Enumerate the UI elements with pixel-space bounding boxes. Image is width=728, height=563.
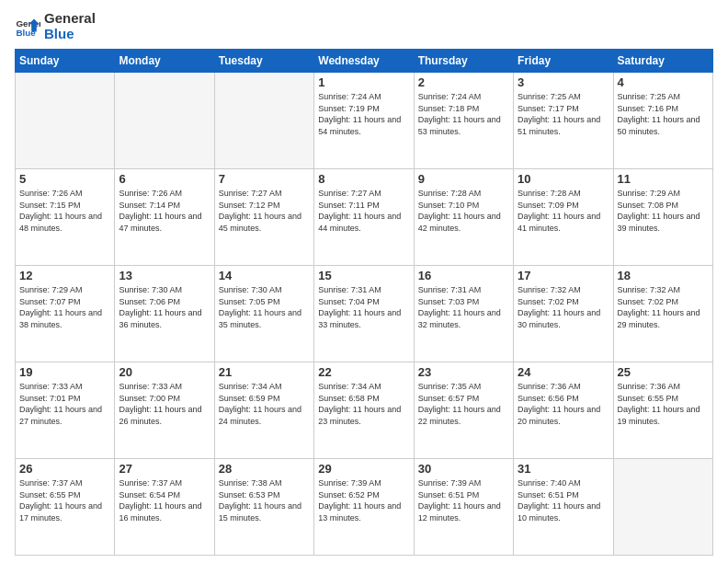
day-number: 20: [119, 365, 210, 379]
day-number: 6: [119, 172, 210, 186]
day-info: Sunrise: 7:33 AMSunset: 7:00 PMDaylight:…: [119, 381, 210, 427]
day-cell-21: 21Sunrise: 7:34 AMSunset: 6:59 PMDayligh…: [214, 362, 313, 459]
day-number: 8: [318, 172, 409, 186]
weekday-header-row: SundayMondayTuesdayWednesdayThursdayFrid…: [16, 50, 713, 73]
day-number: 2: [418, 75, 509, 89]
day-info: Sunrise: 7:39 AMSunset: 6:51 PMDaylight:…: [418, 477, 509, 523]
day-info: Sunrise: 7:37 AMSunset: 6:55 PMDaylight:…: [19, 477, 110, 523]
calendar-table: SundayMondayTuesdayWednesdayThursdayFrid…: [15, 49, 713, 556]
day-info: Sunrise: 7:26 AMSunset: 7:15 PMDaylight:…: [19, 188, 110, 234]
day-number: 3: [518, 75, 609, 89]
weekday-friday: Friday: [514, 50, 613, 73]
day-info: Sunrise: 7:32 AMSunset: 7:02 PMDaylight:…: [618, 284, 709, 330]
day-number: 28: [219, 462, 310, 476]
empty-cell: [16, 73, 115, 169]
day-number: 9: [418, 172, 509, 186]
day-number: 17: [518, 269, 609, 282]
week-row-1: 5Sunrise: 7:26 AMSunset: 7:15 PMDaylight…: [16, 169, 713, 266]
day-cell-17: 17Sunrise: 7:32 AMSunset: 7:02 PMDayligh…: [514, 266, 613, 362]
week-row-4: 26Sunrise: 7:37 AMSunset: 6:55 PMDayligh…: [16, 459, 713, 556]
empty-cell: [115, 73, 214, 169]
week-row-0: 1Sunrise: 7:24 AMSunset: 7:19 PMDaylight…: [16, 73, 713, 169]
day-number: 7: [219, 172, 310, 186]
day-number: 31: [518, 462, 609, 476]
day-cell-27: 27Sunrise: 7:37 AMSunset: 6:54 PMDayligh…: [115, 459, 214, 556]
day-info: Sunrise: 7:30 AMSunset: 7:05 PMDaylight:…: [219, 284, 310, 330]
day-info: Sunrise: 7:34 AMSunset: 6:59 PMDaylight:…: [219, 381, 310, 427]
day-info: Sunrise: 7:33 AMSunset: 7:01 PMDaylight:…: [19, 381, 110, 427]
weekday-saturday: Saturday: [613, 50, 712, 73]
day-cell-22: 22Sunrise: 7:34 AMSunset: 6:58 PMDayligh…: [314, 362, 414, 459]
day-number: 10: [518, 172, 609, 186]
day-cell-14: 14Sunrise: 7:30 AMSunset: 7:05 PMDayligh…: [214, 266, 313, 362]
day-cell-5: 5Sunrise: 7:26 AMSunset: 7:15 PMDaylight…: [16, 169, 115, 266]
weekday-sunday: Sunday: [16, 50, 115, 73]
day-info: Sunrise: 7:35 AMSunset: 6:57 PMDaylight:…: [418, 381, 509, 427]
day-cell-2: 2Sunrise: 7:24 AMSunset: 7:18 PMDaylight…: [414, 73, 513, 169]
day-number: 15: [318, 269, 409, 282]
day-info: Sunrise: 7:36 AMSunset: 6:55 PMDaylight:…: [618, 381, 709, 427]
logo-icon: General Blue: [15, 14, 40, 40]
calendar-body: 1Sunrise: 7:24 AMSunset: 7:19 PMDaylight…: [16, 73, 713, 556]
day-cell-18: 18Sunrise: 7:32 AMSunset: 7:02 PMDayligh…: [613, 266, 712, 362]
day-cell-23: 23Sunrise: 7:35 AMSunset: 6:57 PMDayligh…: [414, 362, 513, 459]
page: General Blue General Blue SundayMondayTu…: [0, 0, 728, 563]
weekday-thursday: Thursday: [414, 50, 513, 73]
day-number: 27: [119, 462, 210, 476]
week-row-3: 19Sunrise: 7:33 AMSunset: 7:01 PMDayligh…: [16, 362, 713, 459]
day-cell-9: 9Sunrise: 7:28 AMSunset: 7:10 PMDaylight…: [414, 169, 513, 266]
day-info: Sunrise: 7:39 AMSunset: 6:52 PMDaylight:…: [318, 477, 409, 523]
day-number: 22: [318, 365, 409, 379]
day-cell-25: 25Sunrise: 7:36 AMSunset: 6:55 PMDayligh…: [613, 362, 712, 459]
day-info: Sunrise: 7:40 AMSunset: 6:51 PMDaylight:…: [518, 477, 609, 523]
empty-cell: [613, 459, 712, 556]
day-number: 11: [618, 172, 709, 186]
day-number: 23: [418, 365, 509, 379]
day-cell-29: 29Sunrise: 7:39 AMSunset: 6:52 PMDayligh…: [314, 459, 414, 556]
day-cell-10: 10Sunrise: 7:28 AMSunset: 7:09 PMDayligh…: [514, 169, 613, 266]
day-info: Sunrise: 7:28 AMSunset: 7:09 PMDaylight:…: [518, 188, 609, 234]
weekday-wednesday: Wednesday: [314, 50, 414, 73]
day-cell-4: 4Sunrise: 7:25 AMSunset: 7:16 PMDaylight…: [613, 73, 712, 169]
day-number: 19: [19, 365, 110, 379]
day-number: 5: [19, 172, 110, 186]
day-info: Sunrise: 7:27 AMSunset: 7:12 PMDaylight:…: [219, 188, 310, 234]
logo-blue-text: Blue: [44, 27, 96, 42]
day-number: 13: [119, 269, 210, 282]
logo: General Blue General Blue: [15, 11, 96, 41]
day-number: 18: [618, 269, 709, 282]
header: General Blue General Blue: [15, 11, 713, 41]
day-cell-30: 30Sunrise: 7:39 AMSunset: 6:51 PMDayligh…: [414, 459, 513, 556]
day-cell-24: 24Sunrise: 7:36 AMSunset: 6:56 PMDayligh…: [514, 362, 613, 459]
day-cell-11: 11Sunrise: 7:29 AMSunset: 7:08 PMDayligh…: [613, 169, 712, 266]
day-info: Sunrise: 7:26 AMSunset: 7:14 PMDaylight:…: [119, 188, 210, 234]
day-cell-1: 1Sunrise: 7:24 AMSunset: 7:19 PMDaylight…: [314, 73, 414, 169]
day-info: Sunrise: 7:29 AMSunset: 7:08 PMDaylight:…: [618, 188, 709, 234]
day-number: 4: [618, 75, 709, 89]
day-cell-8: 8Sunrise: 7:27 AMSunset: 7:11 PMDaylight…: [314, 169, 414, 266]
day-number: 14: [219, 269, 310, 282]
week-row-2: 12Sunrise: 7:29 AMSunset: 7:07 PMDayligh…: [16, 266, 713, 362]
day-info: Sunrise: 7:29 AMSunset: 7:07 PMDaylight:…: [19, 284, 110, 330]
day-cell-12: 12Sunrise: 7:29 AMSunset: 7:07 PMDayligh…: [16, 266, 115, 362]
day-number: 21: [219, 365, 310, 379]
day-cell-28: 28Sunrise: 7:38 AMSunset: 6:53 PMDayligh…: [214, 459, 313, 556]
day-info: Sunrise: 7:31 AMSunset: 7:03 PMDaylight:…: [418, 284, 509, 330]
day-cell-6: 6Sunrise: 7:26 AMSunset: 7:14 PMDaylight…: [115, 169, 214, 266]
day-number: 24: [518, 365, 609, 379]
weekday-monday: Monday: [115, 50, 214, 73]
day-cell-19: 19Sunrise: 7:33 AMSunset: 7:01 PMDayligh…: [16, 362, 115, 459]
day-cell-13: 13Sunrise: 7:30 AMSunset: 7:06 PMDayligh…: [115, 266, 214, 362]
day-cell-3: 3Sunrise: 7:25 AMSunset: 7:17 PMDaylight…: [514, 73, 613, 169]
day-info: Sunrise: 7:37 AMSunset: 6:54 PMDaylight:…: [119, 477, 210, 523]
day-cell-31: 31Sunrise: 7:40 AMSunset: 6:51 PMDayligh…: [514, 459, 613, 556]
day-info: Sunrise: 7:36 AMSunset: 6:56 PMDaylight:…: [518, 381, 609, 427]
logo-general-text: General: [44, 11, 96, 27]
day-info: Sunrise: 7:28 AMSunset: 7:10 PMDaylight:…: [418, 188, 509, 234]
day-number: 1: [318, 75, 409, 89]
day-cell-20: 20Sunrise: 7:33 AMSunset: 7:00 PMDayligh…: [115, 362, 214, 459]
weekday-tuesday: Tuesday: [214, 50, 313, 73]
day-cell-16: 16Sunrise: 7:31 AMSunset: 7:03 PMDayligh…: [414, 266, 513, 362]
day-info: Sunrise: 7:32 AMSunset: 7:02 PMDaylight:…: [518, 284, 609, 330]
day-number: 25: [618, 365, 709, 379]
